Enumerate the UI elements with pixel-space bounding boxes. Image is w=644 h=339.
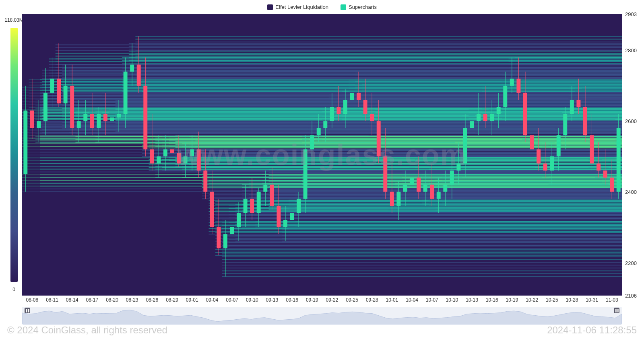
x-tick: 08-17 (82, 297, 102, 303)
x-tick: 10-10 (442, 297, 462, 303)
x-tick: 10-07 (422, 297, 442, 303)
y-tick: 2800 (625, 47, 637, 53)
x-tick: 08-26 (142, 297, 162, 303)
scrubber-handle-left[interactable] (25, 308, 30, 313)
x-tick: 10-19 (502, 297, 522, 303)
x-tick: 10-04 (402, 297, 422, 303)
timestamp-text: 2024-11-06 11:28:55 (547, 325, 637, 336)
x-tick: 09-04 (202, 297, 222, 303)
y-tick: 2400 (625, 189, 637, 195)
colorbar-max-label: 118.03M (4, 14, 23, 26)
x-tick: 08-11 (42, 297, 62, 303)
x-tick: 10-28 (562, 297, 582, 303)
scrubber-canvas (22, 307, 622, 325)
x-tick: 09-07 (222, 297, 242, 303)
x-tick: 10-16 (482, 297, 502, 303)
heatmap-canvas[interactable] (22, 14, 622, 296)
y-axis: 290328002600240022002106 (622, 14, 644, 296)
time-scrubber[interactable] (22, 307, 622, 325)
x-tick: 10-22 (522, 297, 542, 303)
plot-area[interactable]: www.coinglass.com (22, 14, 622, 296)
chart-legend: Effet Levier Liquidation Supercharts (0, 0, 644, 14)
legend-item-liquidation[interactable]: Effet Levier Liquidation (267, 4, 328, 10)
y-tick: 2200 (625, 260, 637, 266)
legend-label: Effet Levier Liquidation (275, 4, 328, 10)
legend-swatch (267, 4, 273, 10)
scrubber-handle-right[interactable] (614, 308, 619, 313)
x-tick: 08-14 (62, 297, 82, 303)
x-tick: 10-01 (382, 297, 402, 303)
x-tick: 09-10 (242, 297, 262, 303)
legend-label: Supercharts (349, 4, 377, 10)
legend-swatch (341, 4, 346, 10)
x-tick: 09-19 (302, 297, 322, 303)
x-tick: 10-25 (542, 297, 562, 303)
x-tick: 09-25 (342, 297, 362, 303)
x-tick: 08-29 (162, 297, 182, 303)
x-tick: 08-20 (102, 297, 122, 303)
x-tick: 09-22 (322, 297, 342, 303)
y-tick: 2600 (625, 118, 637, 124)
colorbar-min-label: 0 (12, 284, 15, 296)
y-tick: 2903 (625, 11, 637, 17)
x-tick: 08-23 (122, 297, 142, 303)
copyright-text: © 2024 CoinGlass, all rights reserved (7, 325, 167, 336)
x-tick: 10-31 (582, 297, 602, 303)
x-axis: 08-0808-1108-1408-1708-2008-2308-2608-29… (0, 296, 644, 304)
x-tick: 09-01 (182, 297, 202, 303)
x-tick: 09-28 (362, 297, 382, 303)
x-tick: 11-03 (602, 297, 622, 303)
x-tick: 09-13 (262, 297, 282, 303)
chart-main: 118.03M 0 www.coinglass.com 290328002600… (0, 14, 644, 296)
y-tick: 2106 (625, 293, 637, 299)
x-tick: 09-16 (282, 297, 302, 303)
legend-item-supercharts[interactable]: Supercharts (341, 4, 377, 10)
colorbar: 118.03M 0 (0, 14, 22, 296)
x-tick: 08-08 (22, 297, 42, 303)
colorbar-gradient (10, 28, 18, 282)
x-tick: 10-13 (462, 297, 482, 303)
